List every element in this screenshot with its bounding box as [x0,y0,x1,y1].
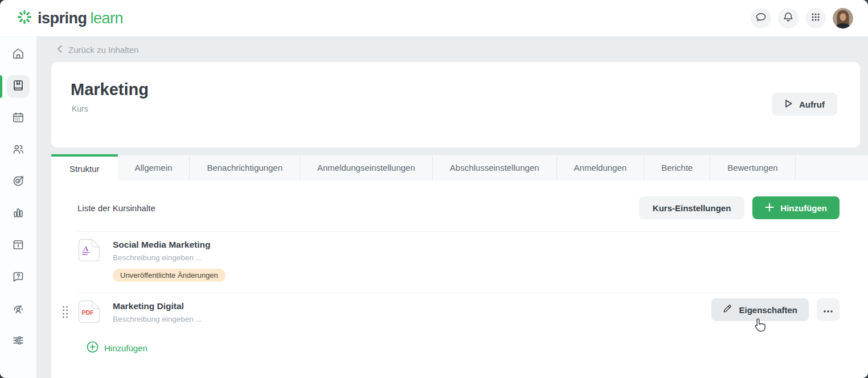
user-avatar[interactable] [833,8,853,28]
course-structure-panel: Liste der Kursinhalte Kurs-Einstellungen… [51,180,868,378]
sidebar-item-support[interactable] [7,266,30,289]
question-bubble-icon [11,270,25,286]
course-tabs: Struktur Allgemein Benachrichtigungen An… [51,154,868,180]
tab-abschlusseinstellungen[interactable]: Abschlusseinstellungen [433,154,557,180]
sidebar-item-settings[interactable] [7,330,30,353]
users-icon [11,142,25,158]
unpublished-changes-badge: Unveröffentlichte Änderungen [113,269,226,282]
content-item-description[interactable]: Beschreibung eingeben ... [113,253,226,262]
sliders-icon [11,334,25,350]
content-item-description[interactable]: Beschreibung eingeben ... [113,315,202,323]
sidebar-item-goals[interactable] [7,171,30,194]
drag-handle-icon[interactable] [61,305,69,321]
info-board-icon [11,238,25,254]
cursor-pointer-icon [754,317,767,335]
more-options-button[interactable] [817,298,840,321]
article-doc-icon: A [77,239,100,261]
add-content-button[interactable]: Hinzufügen [752,196,840,219]
svg-text:PDF: PDF [82,309,95,316]
page-title: Marketing [71,80,149,99]
pencil-icon [723,304,732,315]
add-item-link[interactable]: Hinzufügen [87,341,148,355]
chat-button[interactable] [751,8,771,28]
page-subtitle: Kurs [72,104,149,113]
brand-logo[interactable]: ispring learn [17,10,123,27]
chevron-left-icon [57,45,62,55]
person-gauge-icon [11,302,25,318]
sidebar-item-info-board[interactable] [7,235,30,257]
tab-struktur[interactable]: Struktur [51,154,118,180]
content-item-title[interactable]: Marketing Digital [113,301,202,311]
top-bar: ispring learn [0,0,868,36]
tab-bewertungen[interactable]: Bewertungen [710,154,795,180]
pdf-doc-icon: PDF [77,300,100,323]
ispring-spinner-icon [17,10,32,27]
sidebar-item-users[interactable] [7,139,30,162]
tab-anmeldungseinstellungen[interactable]: Anmeldungseinstellungen [300,154,433,180]
notifications-bell-icon [782,11,795,26]
tab-benachrichtigungen[interactable]: Benachrichtigungen [190,154,300,180]
content-item-title[interactable]: Social Media Marketing [113,240,226,250]
sidebar-item-reports[interactable] [7,203,30,225]
preview-button[interactable]: Aufruf [772,93,837,116]
course-settings-button[interactable]: Kurs-Einstellungen [639,196,745,219]
target-arrow-icon [11,174,25,190]
plus-circle-icon [87,341,99,355]
properties-button[interactable]: Eigenschaften [711,298,809,321]
list-item: A Social Media Marketing Beschreibung ei… [77,232,840,293]
chat-icon [755,11,767,26]
topbar-actions [751,8,853,28]
tab-anmeldungen[interactable]: Anmeldungen [557,154,645,180]
brand-name-secondary: learn [91,10,124,27]
apps-grid-icon [810,11,821,25]
tab-allgemein[interactable]: Allgemein [118,154,190,180]
home-icon [11,47,25,63]
sidebar-item-home[interactable] [7,43,30,66]
sidebar-item-calendar[interactable] [7,107,30,130]
course-content-list: A Social Media Marketing Beschreibung ei… [77,231,840,331]
sidebar-item-mentoring[interactable] [7,298,30,321]
breadcrumb-back[interactable]: Zurück zu Inhalten [57,45,138,55]
course-header-card: Marketing Kurs Aufruf [51,62,860,147]
app-window: ispring learn [0,0,868,378]
tab-berichte[interactable]: Berichte [644,154,710,180]
list-item: PDF Marketing Digital Beschreibung einge… [77,293,840,331]
brand-name-primary: ispring [38,10,87,27]
svg-text:A: A [83,244,89,253]
apps-button[interactable] [805,8,826,28]
bar-chart-icon [11,206,25,222]
course-title-block: Marketing Kurs [71,80,149,147]
plus-icon [765,203,774,213]
play-icon [784,99,793,110]
breadcrumb-label: Zurück zu Inhalten [68,45,138,55]
tabs-filler [796,154,868,180]
sidebar-item-courses[interactable] [7,75,30,98]
book-icon [11,79,25,94]
ellipsis-icon [823,305,833,315]
sidebar-nav [0,36,37,378]
main-area: Zurück zu Inhalten Marketing Kurs Aufruf [37,36,868,378]
notifications-button[interactable] [778,8,799,28]
calendar-icon [11,110,25,126]
section-title: Liste der Kursinhalte [77,203,155,213]
